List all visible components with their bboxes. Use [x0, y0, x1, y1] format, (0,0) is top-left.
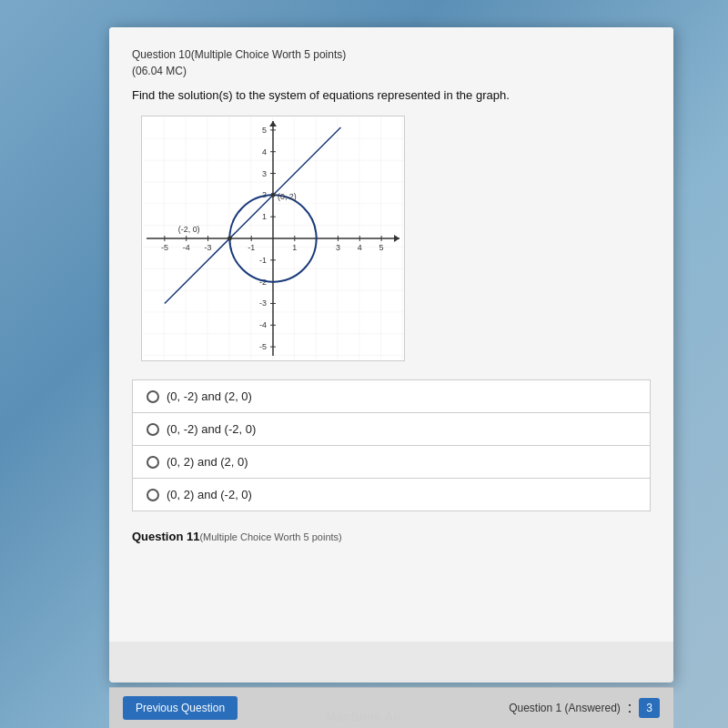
answer-option-d[interactable]: (0, 2) and (-2, 0)	[132, 478, 651, 511]
macbook-label: MacBook Air	[326, 710, 402, 723]
question-code: (06.04 MC)	[132, 65, 651, 77]
prev-button[interactable]: Previous Question	[123, 696, 238, 720]
question-next: Question 11(Multiple Choice Worth 5 poin…	[132, 530, 651, 543]
svg-text:1: 1	[292, 243, 297, 252]
svg-text:5: 5	[379, 243, 384, 252]
question-area: Question 10(Multiple Choice Worth 5 poin…	[109, 27, 673, 642]
screen-content: Question 10(Multiple Choice Worth 5 poin…	[109, 27, 673, 682]
svg-text:-4: -4	[183, 243, 190, 252]
question-next-text: Question 11	[132, 530, 199, 543]
answer-options: (0, -2) and (2, 0) (0, -2) and (-2, 0) (…	[132, 379, 651, 511]
svg-text:(-2, 0): (-2, 0)	[178, 225, 200, 234]
svg-text:4: 4	[358, 243, 362, 252]
page-number[interactable]: 3	[639, 698, 660, 718]
graph-svg: -5 -4 -3 -1 1 3 4	[142, 116, 404, 360]
graph-container: -5 -4 -3 -1 1 3 4	[141, 116, 405, 361]
svg-text:-1: -1	[259, 256, 267, 265]
option-a-label: (0, -2) and (2, 0)	[167, 389, 252, 403]
question-next-worth: (Multiple Choice Worth 5 points)	[199, 531, 341, 542]
question-status: Question 1 (Answered)	[509, 702, 621, 714]
svg-text:-4: -4	[259, 320, 267, 329]
colon-sep: :	[628, 700, 632, 716]
svg-text:3: 3	[262, 169, 267, 178]
radio-d[interactable]	[147, 489, 159, 501]
svg-text:5: 5	[262, 126, 267, 135]
radio-a[interactable]	[147, 390, 159, 403]
svg-text:-3: -3	[259, 298, 267, 308]
svg-text:3: 3	[336, 243, 340, 252]
svg-text:4: 4	[262, 147, 267, 157]
answer-option-a[interactable]: (0, -2) and (2, 0)	[132, 379, 651, 412]
svg-text:-3: -3	[205, 243, 212, 252]
svg-text:-5: -5	[259, 342, 267, 351]
bottom-right: Question 1 (Answered) : 3	[509, 698, 660, 718]
question-text: Find the solution(s) to the system of eq…	[132, 88, 651, 102]
radio-b[interactable]	[147, 423, 159, 436]
radio-c[interactable]	[147, 456, 159, 469]
svg-point-47	[271, 193, 276, 197]
svg-text:(0, 2): (0, 2)	[278, 192, 297, 201]
svg-text:-5: -5	[161, 243, 168, 252]
answer-option-b[interactable]: (0, -2) and (-2, 0)	[132, 412, 651, 445]
question-number: Question 10	[132, 48, 191, 61]
option-c-label: (0, 2) and (2, 0)	[167, 455, 248, 469]
svg-text:1: 1	[262, 212, 267, 221]
option-d-label: (0, 2) and (-2, 0)	[167, 488, 252, 501]
answer-option-c[interactable]: (0, 2) and (2, 0)	[132, 445, 651, 478]
question-title: Question 10(Multiple Choice Worth 5 poin…	[132, 46, 651, 61]
option-b-label: (0, -2) and (-2, 0)	[167, 422, 256, 436]
svg-text:-1: -1	[248, 243, 255, 252]
question-worth: (Multiple Choice Worth 5 points)	[191, 48, 347, 61]
svg-point-45	[228, 237, 232, 241]
